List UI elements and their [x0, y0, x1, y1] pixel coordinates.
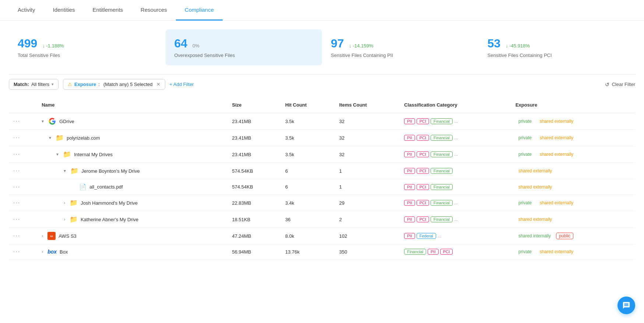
- tag-pii: PII: [404, 151, 415, 157]
- exposure-shared-externally: shared externally: [516, 184, 555, 190]
- collapse-icon[interactable]: ▾: [42, 119, 44, 124]
- row-classification: PIIPCIFinancial...: [400, 211, 511, 228]
- row-classification: PIIPCIFinancial: [400, 163, 511, 179]
- row-actions[interactable]: ···: [9, 146, 37, 163]
- col-name: Name: [37, 97, 227, 113]
- collapse-icon[interactable]: ▾: [64, 168, 66, 173]
- folder-icon: 📁: [63, 150, 71, 158]
- row-size: 23.41MB: [228, 113, 281, 130]
- row-actions[interactable]: ···: [9, 179, 37, 195]
- match-label: Match:: [14, 82, 29, 87]
- row-actions[interactable]: ···: [9, 163, 37, 179]
- row-actions[interactable]: ···: [9, 211, 37, 228]
- expand-icon[interactable]: ›: [42, 233, 43, 238]
- row-name: › box Box: [37, 244, 227, 259]
- exposure-private: private: [516, 248, 535, 255]
- file-name-text: Josh Hammond's My Drive: [81, 200, 138, 206]
- row-exposure: shared internallypublic: [511, 228, 635, 244]
- row-exposure: privateshared externally: [511, 113, 635, 130]
- expand-icon[interactable]: ›: [64, 200, 65, 205]
- row-size: 56.94MB: [228, 244, 281, 259]
- row-classification: PIIPCIFinancial...: [400, 130, 511, 146]
- file-name-text: AWS S3: [59, 233, 77, 239]
- tab-identities[interactable]: Identities: [44, 0, 84, 21]
- exposure-filter[interactable]: ⚠ Exposure: (Match any) 5 Selected ✕: [63, 79, 165, 90]
- row-hit-count: 36: [281, 211, 335, 228]
- more-options[interactable]: ···: [13, 233, 20, 239]
- table-row: ··· › 📁 Katherine Abner's My Drive 18.51…: [9, 211, 635, 228]
- row-exposure: privateshared externally: [511, 244, 635, 259]
- exposure-shared-externally: shared externally: [537, 134, 576, 141]
- file-name-text: Box: [60, 249, 68, 255]
- tag-pii: PII: [428, 249, 438, 255]
- row-name: › 📁 Katherine Abner's My Drive: [37, 211, 227, 228]
- row-hit-count: 8.0k: [281, 228, 335, 244]
- row-exposure: privateshared externally: [511, 130, 635, 146]
- table-row: ··· ▾ 📁 polyrizelab.com 23.41MB 3.5k 32 …: [9, 130, 635, 146]
- stat-change: 0%: [192, 43, 199, 49]
- file-icon: 📄: [79, 183, 86, 190]
- tag-pci: PCI: [417, 168, 429, 174]
- row-name: ▾ GDrive: [37, 113, 227, 130]
- col-classification-category: Classification Category: [400, 97, 511, 113]
- row-actions[interactable]: ···: [9, 195, 37, 211]
- tag-financial: Financial: [404, 249, 426, 255]
- tab-activity[interactable]: Activity: [9, 0, 44, 21]
- tag-pii: PII: [404, 233, 415, 239]
- tab-resources[interactable]: Resources: [132, 0, 176, 21]
- more-options[interactable]: ···: [13, 200, 20, 206]
- more-options[interactable]: ···: [13, 118, 20, 124]
- more-options[interactable]: ···: [13, 248, 20, 255]
- exposure-public: public: [556, 233, 573, 239]
- row-size: 18.51KB: [228, 211, 281, 228]
- row-classification: PIIPCIFinancial: [400, 179, 511, 195]
- more-options[interactable]: ···: [13, 216, 20, 222]
- row-actions[interactable]: ···: [9, 113, 37, 130]
- stat-card-pci: 53 ↓ -45.918% Sensitive Files Containing…: [479, 29, 636, 65]
- tag-pii: PII: [404, 135, 415, 141]
- match-filter[interactable]: Match: All filters ▾: [9, 79, 59, 90]
- tag-financial: Financial: [431, 135, 453, 141]
- row-size: 23.41MB: [228, 130, 281, 146]
- file-name-text: GDrive: [59, 119, 74, 124]
- exposure-shared-externally: shared externally: [516, 168, 555, 174]
- tag-financial: Financial: [431, 168, 453, 174]
- row-name: › S3 AWS S3: [37, 228, 227, 244]
- add-filter-button[interactable]: + Add Filter: [170, 82, 194, 87]
- folder-icon: 📁: [56, 134, 64, 142]
- row-actions[interactable]: ···: [9, 244, 37, 259]
- collapse-icon[interactable]: ▾: [49, 135, 51, 140]
- row-name: 📄 all_contacts.pdf: [37, 179, 227, 195]
- tag-pci: PCI: [417, 135, 429, 141]
- tags-more: ...: [454, 217, 458, 222]
- tag-financial: Financial: [431, 118, 453, 124]
- row-items-count: 1: [335, 179, 400, 195]
- exposure-label: Exposure: [74, 82, 96, 87]
- tab-entitlements[interactable]: Entitlements: [84, 0, 132, 21]
- exposure-value: (Match any) 5 Selected: [103, 82, 153, 87]
- tags-more: ...: [454, 152, 458, 157]
- row-items-count: 32: [335, 146, 400, 163]
- stat-card-total-sensitive: 499 ↓ -1.188% Total Sensitive Files: [9, 29, 166, 65]
- tag-pii: PII: [404, 168, 415, 174]
- file-name-text: polyrizelab.com: [67, 135, 100, 141]
- row-classification: PIIPCIFinancial...: [400, 146, 511, 163]
- expand-icon[interactable]: ›: [42, 249, 43, 254]
- more-options[interactable]: ···: [13, 168, 20, 174]
- stat-number: 64: [174, 37, 188, 50]
- box-icon: box: [47, 249, 57, 255]
- row-items-count: 1: [335, 163, 400, 179]
- tag-federal: Federal: [417, 233, 436, 239]
- more-options[interactable]: ···: [13, 134, 20, 141]
- clear-filter-button[interactable]: ↺ Clear Filter: [605, 82, 635, 87]
- row-actions[interactable]: ···: [9, 130, 37, 146]
- close-icon[interactable]: ✕: [156, 82, 160, 87]
- table-row: ··· › 📁 Josh Hammond's My Drive 22.83MB …: [9, 195, 635, 211]
- tab-compliance[interactable]: Compliance: [176, 0, 223, 21]
- collapse-icon[interactable]: ▾: [56, 152, 59, 157]
- row-actions[interactable]: ···: [9, 228, 37, 244]
- expand-icon[interactable]: ›: [64, 217, 65, 222]
- more-options[interactable]: ···: [13, 184, 20, 190]
- more-options[interactable]: ···: [13, 151, 20, 157]
- stat-change: ↓ -1.188%: [42, 43, 64, 49]
